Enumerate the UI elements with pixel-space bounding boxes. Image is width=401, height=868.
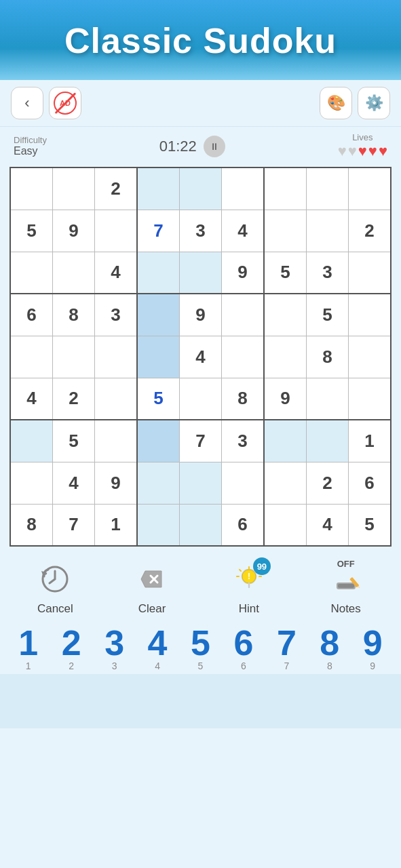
grid-cell[interactable]: 6 xyxy=(349,462,391,504)
grid-cell[interactable] xyxy=(137,462,179,504)
number-btn-2[interactable]: 22 xyxy=(52,625,91,671)
grid-cell[interactable]: 4 xyxy=(10,378,52,420)
grid-cell[interactable] xyxy=(306,210,348,252)
palette-button[interactable]: 🎨 xyxy=(320,87,352,119)
grid-cell[interactable]: 9 xyxy=(222,252,264,294)
grid-cell[interactable]: 4 xyxy=(52,462,94,504)
grid-cell[interactable] xyxy=(52,167,94,210)
grid-cell[interactable]: 5 xyxy=(10,210,52,252)
grid-cell[interactable]: 8 xyxy=(10,504,52,546)
number-btn-9[interactable]: 99 xyxy=(353,625,392,671)
grid-cell[interactable]: 8 xyxy=(222,378,264,420)
grid-cell[interactable] xyxy=(349,167,391,210)
grid-cell[interactable] xyxy=(179,252,221,294)
grid-cell[interactable]: 3 xyxy=(95,294,137,336)
action-bar: Cancel Clear ! xyxy=(0,553,401,620)
grid-cell[interactable]: 1 xyxy=(95,504,137,546)
grid-cell[interactable]: 7 xyxy=(52,504,94,546)
grid-cell[interactable]: 9 xyxy=(264,378,306,420)
grid-cell[interactable] xyxy=(222,167,264,210)
grid-cell[interactable]: 4 xyxy=(179,336,221,378)
grid-cell[interactable] xyxy=(10,252,52,294)
grid-cell[interactable]: 9 xyxy=(52,210,94,252)
grid-cell[interactable]: 2 xyxy=(95,167,137,210)
grid-cell[interactable] xyxy=(10,336,52,378)
notes-button[interactable]: OFF Notes xyxy=(309,560,383,616)
grid-cell[interactable] xyxy=(137,420,179,462)
grid-cell[interactable]: 5 xyxy=(52,420,94,462)
grid-cell[interactable]: 5 xyxy=(264,252,306,294)
number-btn-8[interactable]: 88 xyxy=(310,625,349,671)
number-btn-4[interactable]: 44 xyxy=(138,625,177,671)
grid-cell[interactable] xyxy=(10,420,52,462)
grid-cell[interactable] xyxy=(179,378,221,420)
grid-cell[interactable] xyxy=(137,167,179,210)
grid-cell[interactable] xyxy=(264,210,306,252)
pause-button[interactable]: ⏸ xyxy=(204,136,225,157)
grid-cell[interactable]: 7 xyxy=(137,210,179,252)
grid-cell[interactable] xyxy=(137,504,179,546)
grid-cell[interactable] xyxy=(264,167,306,210)
grid-cell[interactable] xyxy=(264,504,306,546)
grid-cell[interactable] xyxy=(306,167,348,210)
grid-cell[interactable] xyxy=(10,167,52,210)
number-btn-3[interactable]: 33 xyxy=(95,625,134,671)
back-button[interactable]: ‹ xyxy=(11,87,43,119)
grid-cell[interactable] xyxy=(179,167,221,210)
grid-cell[interactable]: 5 xyxy=(349,504,391,546)
grid-cell[interactable]: 4 xyxy=(95,252,137,294)
grid-cell[interactable]: 9 xyxy=(179,294,221,336)
grid-cell[interactable] xyxy=(95,420,137,462)
grid-cell[interactable]: 6 xyxy=(10,294,52,336)
grid-cell[interactable] xyxy=(137,336,179,378)
grid-cell[interactable] xyxy=(137,294,179,336)
grid-cell[interactable] xyxy=(52,336,94,378)
grid-cell[interactable]: 3 xyxy=(306,252,348,294)
grid-cell[interactable]: 3 xyxy=(179,210,221,252)
grid-cell[interactable] xyxy=(222,462,264,504)
grid-cell[interactable] xyxy=(10,462,52,504)
settings-button[interactable]: ⚙️ xyxy=(358,87,390,119)
number-btn-6[interactable]: 66 xyxy=(224,625,263,671)
grid-cell[interactable]: 7 xyxy=(179,420,221,462)
grid-cell[interactable] xyxy=(222,294,264,336)
grid-cell[interactable] xyxy=(95,210,137,252)
grid-cell[interactable] xyxy=(264,462,306,504)
grid-cell[interactable] xyxy=(179,462,221,504)
grid-cell[interactable]: 9 xyxy=(95,462,137,504)
grid-cell[interactable] xyxy=(52,252,94,294)
grid-cell[interactable]: 4 xyxy=(306,504,348,546)
grid-cell[interactable] xyxy=(264,294,306,336)
grid-cell[interactable] xyxy=(349,378,391,420)
grid-cell[interactable] xyxy=(349,336,391,378)
grid-cell[interactable] xyxy=(137,252,179,294)
grid-cell[interactable]: 4 xyxy=(222,210,264,252)
grid-cell[interactable]: 8 xyxy=(306,336,348,378)
grid-cell[interactable]: 5 xyxy=(306,294,348,336)
grid-cell[interactable]: 3 xyxy=(222,420,264,462)
grid-cell[interactable]: 2 xyxy=(349,210,391,252)
grid-cell[interactable] xyxy=(349,294,391,336)
clear-button[interactable]: Clear xyxy=(115,560,189,616)
grid-cell[interactable] xyxy=(306,378,348,420)
grid-cell[interactable]: 6 xyxy=(222,504,264,546)
grid-cell[interactable]: 2 xyxy=(52,378,94,420)
grid-cell[interactable]: 8 xyxy=(52,294,94,336)
grid-cell[interactable] xyxy=(349,252,391,294)
grid-cell[interactable] xyxy=(95,336,137,378)
grid-cell[interactable] xyxy=(179,504,221,546)
hint-button[interactable]: ! 99 Hint xyxy=(212,560,286,616)
grid-cell[interactable] xyxy=(264,420,306,462)
number-btn-1[interactable]: 11 xyxy=(9,625,48,671)
number-btn-5[interactable]: 55 xyxy=(180,625,220,671)
grid-cell[interactable] xyxy=(222,336,264,378)
number-btn-7[interactable]: 77 xyxy=(267,625,306,671)
cancel-button[interactable]: Cancel xyxy=(18,560,92,616)
grid-cell[interactable] xyxy=(306,420,348,462)
grid-cell[interactable]: 2 xyxy=(306,462,348,504)
grid-cell[interactable] xyxy=(95,378,137,420)
grid-cell[interactable]: 5 xyxy=(137,378,179,420)
grid-cell[interactable]: 1 xyxy=(349,420,391,462)
grid-cell[interactable] xyxy=(264,336,306,378)
ad-button[interactable]: AD xyxy=(49,87,81,119)
